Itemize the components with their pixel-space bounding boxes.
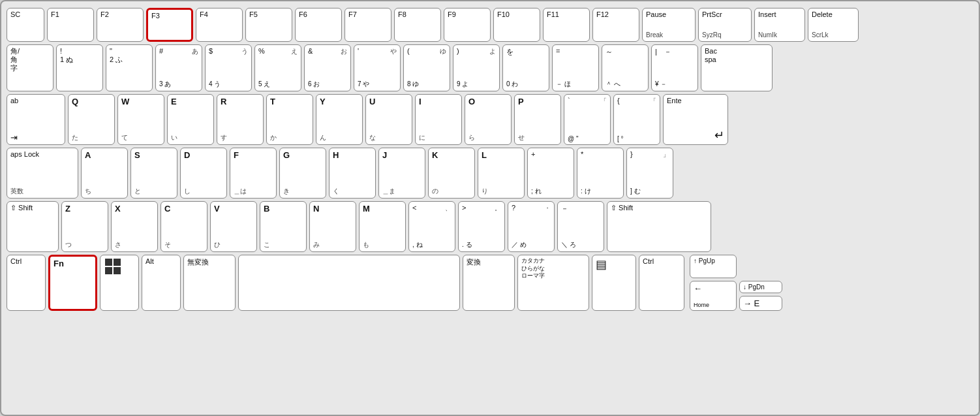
key-zenkaku[interactable]: 角/角字 xyxy=(7,44,54,91)
key-j[interactable]: J ＿ま xyxy=(378,148,425,199)
key-bracket-left[interactable]: { 「 [ ° xyxy=(613,94,660,145)
key-8[interactable]: ( ゆ 8 ゆ xyxy=(403,44,450,91)
key-win[interactable] xyxy=(100,255,139,311)
asdf-row: aps Lock 英数 A ち S と D し F ＿は G き H く xyxy=(7,148,973,199)
key-w[interactable]: W て xyxy=(117,94,164,145)
key-pause[interactable]: Pause Break xyxy=(642,8,696,42)
key-7[interactable]: ' や 7 や xyxy=(354,44,401,91)
key-f7[interactable]: F7 xyxy=(345,8,391,42)
key-prtscr[interactable]: PrtScr SyzRq xyxy=(698,8,752,42)
key-f5[interactable]: F5 xyxy=(245,8,292,42)
key-bracket-right[interactable]: } 」 ] む xyxy=(626,148,673,199)
key-f[interactable]: F ＿は xyxy=(230,148,277,199)
key-3[interactable]: # あ 3 あ xyxy=(155,44,202,91)
key-caps-lock[interactable]: aps Lock 英数 xyxy=(7,148,78,199)
key-alt-left[interactable]: Alt xyxy=(142,255,181,311)
key-f6[interactable]: F6 xyxy=(295,8,342,42)
key-backslash[interactable]: － ＼ ろ xyxy=(557,201,604,252)
key-p[interactable]: P せ xyxy=(514,94,561,145)
key-n[interactable]: N み xyxy=(309,201,356,252)
key-s[interactable]: S と xyxy=(130,148,177,199)
key-katakana[interactable]: カタカナひらがなローマ字 xyxy=(517,255,589,311)
key-end[interactable]: → E xyxy=(739,296,782,311)
key-l[interactable]: L り xyxy=(478,148,525,199)
qwerty-row: ab ⇥ Q た W て E い R す T か Y ん U な xyxy=(7,94,973,145)
key-colon[interactable]: * : け xyxy=(577,148,624,199)
zxcv-row: ⇧ Shift Z つ X さ C そ V ひ B こ N み M も xyxy=(7,201,973,252)
svg-rect-2 xyxy=(105,267,112,274)
key-r[interactable]: R す xyxy=(217,94,264,145)
key-x[interactable]: X さ xyxy=(111,201,158,252)
key-f2[interactable]: F2 xyxy=(97,8,144,42)
key-home[interactable]: ← Home xyxy=(690,281,737,311)
key-2[interactable]: "2 ふ xyxy=(106,44,153,91)
key-backspace[interactable]: Bacspa xyxy=(701,44,773,91)
key-pgdn[interactable]: ↓ PgDn xyxy=(739,281,782,293)
key-ctrl-right[interactable]: Ctrl xyxy=(639,255,684,311)
key-pgup[interactable]: ↑ PgUp xyxy=(690,255,737,278)
key-ctrl-left[interactable]: Ctrl xyxy=(7,255,46,311)
key-m[interactable]: M も xyxy=(359,201,406,252)
key-fn[interactable]: Fn xyxy=(48,255,97,311)
key-o[interactable]: O ら xyxy=(465,94,512,145)
key-at[interactable]: ` 「 @ " xyxy=(564,94,611,145)
key-f10[interactable]: F10 xyxy=(493,8,540,42)
key-left-shift[interactable]: ⇧ Shift xyxy=(7,201,59,252)
key-henkan[interactable]: 変換 xyxy=(463,255,515,311)
fn-key-row: SC F1 F2 F3 F4 F5 F6 F7 F8 F9 F10 xyxy=(7,8,973,42)
key-insert[interactable]: Insert NumIk xyxy=(754,8,805,42)
key-delete[interactable]: Delete ScrLk xyxy=(808,8,859,42)
key-0[interactable]: を 0 わ xyxy=(502,44,549,91)
key-i[interactable]: I に xyxy=(415,94,462,145)
key-d[interactable]: D し xyxy=(180,148,227,199)
key-a[interactable]: A ち xyxy=(81,148,128,199)
key-f9[interactable]: F9 xyxy=(444,8,491,42)
svg-rect-0 xyxy=(105,259,112,266)
key-tab[interactable]: ab ⇥ xyxy=(7,94,65,145)
key-space[interactable] xyxy=(238,255,460,311)
key-f12[interactable]: F12 xyxy=(592,8,639,42)
key-6[interactable]: & お 6 お xyxy=(304,44,351,91)
key-f3[interactable]: F3 xyxy=(146,8,193,42)
nav-cluster: ↑ PgUp ← Home ↓ PgDn → E xyxy=(690,255,782,311)
key-minus[interactable]: = － ほ xyxy=(552,44,599,91)
key-f11[interactable]: F11 xyxy=(543,8,590,42)
key-period[interactable]: > 。 . る xyxy=(458,201,505,252)
key-4[interactable]: $ う 4 う xyxy=(205,44,252,91)
keyboard: SC F1 F2 F3 F4 F5 F6 F7 F8 F9 F10 xyxy=(0,0,980,416)
key-1[interactable]: !1 ぬ xyxy=(56,44,103,91)
bottom-row: Ctrl Fn Alt 無変換 変換 xyxy=(7,255,973,311)
key-caret[interactable]: ～ ＾ へ xyxy=(602,44,649,91)
number-row: 角/角字 !1 ぬ "2 ふ # あ 3 あ $ う 4 う xyxy=(7,44,973,91)
key-z[interactable]: Z つ xyxy=(61,201,108,252)
key-5[interactable]: % え 5 え xyxy=(254,44,301,91)
key-comma[interactable]: < 、 , ね xyxy=(408,201,455,252)
key-sc[interactable]: SC xyxy=(7,8,44,42)
key-semicolon[interactable]: + ; れ xyxy=(527,148,574,199)
key-u[interactable]: U な xyxy=(365,94,412,145)
key-muhenkan[interactable]: 無変換 xyxy=(183,255,236,311)
key-k[interactable]: K の xyxy=(428,148,475,199)
key-yen[interactable]: | － ¥ － xyxy=(651,44,698,91)
key-b[interactable]: B こ xyxy=(260,201,307,252)
key-v[interactable]: V ひ xyxy=(210,201,257,252)
svg-rect-3 xyxy=(114,267,121,274)
key-h[interactable]: H く xyxy=(329,148,376,199)
key-q[interactable]: Q た xyxy=(68,94,115,145)
svg-rect-1 xyxy=(114,259,121,266)
key-f4[interactable]: F4 xyxy=(196,8,243,42)
key-9[interactable]: ) よ 9 よ xyxy=(453,44,500,91)
key-y[interactable]: Y ん xyxy=(316,94,363,145)
key-enter[interactable]: Ente ↵ xyxy=(663,94,728,145)
key-t[interactable]: T か xyxy=(266,94,313,145)
key-app[interactable]: ▤ xyxy=(592,255,636,311)
key-f8[interactable]: F8 xyxy=(394,8,441,42)
key-e[interactable]: E い xyxy=(167,94,214,145)
key-right-shift[interactable]: ⇧ Shift xyxy=(607,201,711,252)
key-c[interactable]: C そ xyxy=(161,201,207,252)
key-f1[interactable]: F1 xyxy=(47,8,94,42)
key-slash[interactable]: ? ・ ／ め xyxy=(508,201,555,252)
key-g[interactable]: G き xyxy=(279,148,326,199)
